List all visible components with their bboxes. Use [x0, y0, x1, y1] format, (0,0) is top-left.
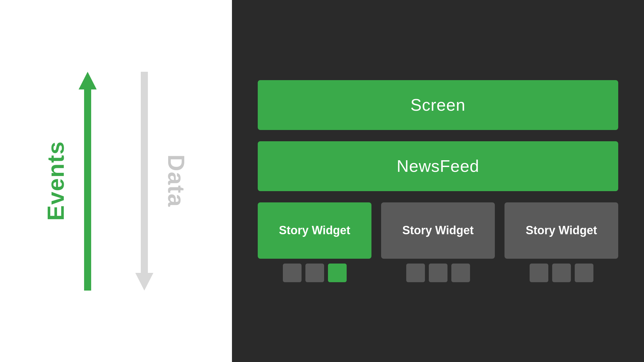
- sub-dots-row-3: [505, 264, 618, 282]
- screen-block: Screen: [258, 80, 618, 130]
- sub-dot-2-3: [451, 264, 470, 282]
- sub-dot-1-3: [328, 264, 347, 282]
- data-arrow-down: [135, 72, 153, 291]
- sub-dot-1-2: [305, 264, 324, 282]
- events-arrow-wrapper: Events: [43, 72, 97, 291]
- events-label: Events: [43, 141, 69, 221]
- right-panel: Screen NewsFeed Story Widget Story Widge…: [232, 0, 644, 362]
- data-arrow-shaft: [141, 72, 148, 273]
- story-widget-col-3: Story Widget: [505, 202, 618, 282]
- sub-dot-2-1: [406, 264, 425, 282]
- story-widget-block-3: Story Widget: [505, 202, 618, 259]
- sub-dot-3-1: [530, 264, 548, 282]
- story-widgets-row: Story Widget Story Widget Story Widget: [258, 202, 618, 282]
- data-arrow-head: [135, 273, 153, 291]
- sub-dot-2-2: [429, 264, 447, 282]
- sub-dots-row-1: [258, 264, 371, 282]
- newsfeed-block: NewsFeed: [258, 141, 618, 191]
- events-arrow-head: [79, 72, 97, 89]
- data-label: Data: [163, 154, 189, 207]
- story-widget-label-3: Story Widget: [526, 223, 597, 237]
- sub-dot-3-2: [552, 264, 571, 282]
- events-arrow-up: [79, 72, 97, 291]
- newsfeed-label: NewsFeed: [397, 156, 479, 176]
- arrows-container: Events Data: [43, 69, 189, 294]
- story-widget-col-1: Story Widget: [258, 202, 371, 282]
- sub-dot-1-1: [283, 264, 302, 282]
- screen-label: Screen: [410, 95, 466, 115]
- sub-dots-row-2: [381, 264, 495, 282]
- left-panel: Events Data: [0, 0, 232, 362]
- story-widget-block-2: Story Widget: [381, 202, 495, 259]
- events-arrow-shaft: [84, 89, 91, 291]
- story-widget-label-2: Story Widget: [402, 223, 474, 237]
- story-widget-col-2: Story Widget: [381, 202, 495, 282]
- story-widget-label-1: Story Widget: [279, 223, 351, 237]
- sub-dot-3-3: [575, 264, 593, 282]
- data-arrow-wrapper: Data: [135, 72, 189, 291]
- story-widget-block-1: Story Widget: [258, 202, 371, 259]
